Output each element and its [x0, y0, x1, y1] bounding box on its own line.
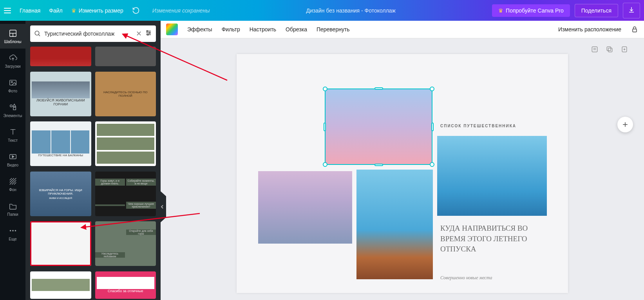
template-thumb[interactable]	[95, 121, 156, 166]
undo-icon[interactable]	[132, 7, 140, 14]
share-button[interactable]: Поделиться	[575, 4, 618, 17]
more-icon	[8, 226, 18, 235]
templates-icon	[8, 29, 18, 38]
clear-search-icon[interactable]: ✕	[136, 29, 142, 38]
shapes-icon	[8, 103, 18, 112]
filter-icon[interactable]	[145, 29, 152, 38]
svg-point-20	[147, 34, 148, 35]
thumb-text: ВЗБИРАЙСЯ НА ГОРЫ. ИЩИ ПРИКЛЮЧЕНИЯ.	[32, 188, 90, 195]
nav-label: Папки	[7, 212, 18, 217]
template-thumb[interactable]: ВЗБИРАЙСЯ НА ГОРЫ. ИЩИ ПРИКЛЮЧЕНИЯ.ЖИВИ …	[30, 172, 91, 216]
add-button[interactable]	[617, 117, 633, 132]
filter-button[interactable]: Фильтр	[222, 26, 240, 33]
thumb-text: ЖИВИ И ИССЛЕДУЙ	[49, 197, 72, 199]
nav-uploads[interactable]: Загрузки	[0, 49, 25, 73]
notes-icon[interactable]	[591, 45, 599, 53]
template-thumb[interactable]: Горы зовут, и я должен ехать.Собирайте м…	[95, 172, 156, 216]
top-bar: Главная Файл ♛ Изменить размер Изменения…	[0, 0, 644, 21]
adjust-button[interactable]: Настроить	[250, 26, 276, 33]
thumb-text: ПУТЕШЕСТВИЕ НА БАЛКАНЫ	[38, 154, 83, 157]
home-link[interactable]: Главная	[20, 7, 40, 14]
canvas-text-caption[interactable]: Совершенно новые места	[440, 275, 492, 281]
download-button[interactable]	[623, 3, 640, 18]
svg-point-4	[11, 81, 13, 83]
nav-video[interactable]: Видео	[0, 147, 25, 172]
canvas-area[interactable]: ⟳ СПИСОК ПУТЕШЕСТВЕННИКА КУДА НАПРАВИТЬС…	[161, 38, 644, 300]
design-canvas[interactable]: ⟳ СПИСОК ПУТЕШЕСТВЕННИКА КУДА НАПРАВИТЬС…	[237, 54, 568, 293]
resize-button[interactable]: ♛ Изменить размер	[71, 7, 123, 14]
svg-point-18	[147, 31, 148, 32]
thumb-text: Собирайте моменты, а не вещи	[126, 179, 156, 186]
svg-line-14	[38, 34, 40, 36]
try-pro-button[interactable]: ♛ Попробуйте Canva Pro	[492, 4, 570, 17]
template-thumb[interactable]	[30, 271, 91, 299]
templates-panel: ✕ ЛЮБУЙСЯ ЖИВОПИСНЫМИ ГОРАМИ НАСЛАДИТЕСЬ…	[25, 21, 161, 300]
crown-icon: ♛	[498, 7, 503, 14]
crown-icon: ♛	[71, 7, 76, 14]
nav-text[interactable]: Текст	[0, 123, 25, 147]
search-icon	[34, 30, 41, 37]
menu-icon[interactable]	[4, 8, 11, 13]
thumb-text: Спасибо за отличные	[108, 289, 143, 293]
thumb-text: ЛЮБУЙСЯ ЖИВОПИСНЫМИ ГОРАМИ	[32, 98, 90, 106]
color-picker-button[interactable]	[166, 23, 178, 35]
upload-icon	[8, 53, 18, 63]
svg-point-12	[14, 230, 16, 231]
svg-point-13	[35, 31, 39, 35]
plus-icon	[621, 121, 629, 128]
flip-button[interactable]: Перевернуть	[317, 26, 350, 33]
selected-image[interactable]	[325, 89, 432, 165]
side-nav: Шаблоны Загрузки Фото Элементы Текст Вид…	[0, 21, 25, 300]
download-icon	[628, 6, 635, 13]
nav-background[interactable]: Фон	[0, 172, 25, 197]
search-input[interactable]	[44, 31, 133, 37]
video-icon	[8, 152, 18, 161]
lock-icon[interactable]	[631, 25, 639, 33]
nav-more[interactable]: Еще	[0, 221, 25, 246]
nav-label: Фото	[8, 89, 17, 93]
thumb-text: Горы зовут, и я должен ехать.	[95, 179, 125, 186]
template-thumb[interactable]	[95, 47, 156, 66]
nav-label: Видео	[7, 163, 18, 167]
template-thumb[interactable]: ЛЮБУЙСЯ ЖИВОПИСНЫМИ ГОРАМИ	[30, 72, 91, 116]
document-title[interactable]: Дизайн без названия - Фотоколлаж	[210, 7, 492, 14]
svg-rect-6	[13, 107, 15, 110]
nav-photos[interactable]: Фото	[0, 73, 25, 98]
templates-grid: ЛЮБУЙСЯ ЖИВОПИСНЫМИ ГОРАМИ НАСЛАДИТЕСЬ О…	[25, 47, 161, 300]
canvas-image[interactable]	[437, 136, 547, 216]
save-status: Изменения сохранены	[152, 7, 210, 14]
svg-point-10	[9, 230, 11, 231]
canvas-text-heading[interactable]: КУДА НАПРАВИТЬСЯ ВО ВРЕМЯ ЭТОГО ЛЕТНЕГО …	[440, 223, 542, 255]
template-thumb-selected[interactable]	[30, 221, 91, 266]
file-menu[interactable]: Файл	[49, 7, 62, 14]
svg-point-11	[12, 230, 14, 231]
thumb-text: Откройте для себя горы	[126, 230, 156, 235]
nav-elements[interactable]: Элементы	[0, 98, 25, 123]
nav-label: Элементы	[4, 114, 22, 118]
folder-icon	[8, 201, 18, 211]
canvas-image[interactable]	[258, 171, 352, 244]
nav-folders[interactable]: Папки	[0, 197, 25, 221]
background-icon	[8, 177, 18, 186]
thumb-text: Насладитесь пейзажем	[95, 252, 125, 258]
crop-button[interactable]: Обрезка	[286, 26, 307, 33]
try-pro-label: Попробуйте Canva Pro	[506, 7, 564, 14]
template-thumb[interactable]: Спасибо за отличные	[95, 271, 156, 299]
canvas-text-subtitle[interactable]: СПИСОК ПУТЕШЕСТВЕННИКА	[440, 124, 516, 128]
template-thumb[interactable]: НАСЛАДИТЕСЬ ОСЕНЬЮ ПО ПОЛНОЙ	[95, 72, 156, 116]
nav-templates[interactable]: Шаблоны	[0, 24, 25, 49]
svg-rect-22	[592, 47, 597, 52]
photo-icon	[8, 78, 18, 87]
svg-marker-7	[13, 104, 16, 107]
template-thumb[interactable]	[30, 47, 91, 66]
position-button[interactable]: Изменить расположение	[558, 26, 621, 33]
canvas-image[interactable]	[356, 170, 433, 279]
duplicate-icon[interactable]	[606, 45, 613, 53]
template-thumb[interactable]: ПУТЕШЕСТВИЕ НА БАЛКАНЫ	[30, 121, 91, 166]
resize-label: Изменить размер	[79, 7, 123, 14]
nav-label: Загрузки	[5, 64, 20, 69]
text-icon	[8, 127, 18, 137]
template-thumb[interactable]: Откройте для себя горыНасладитесь пейзаж…	[95, 221, 156, 266]
effects-button[interactable]: Эффекты	[187, 26, 212, 33]
add-page-icon[interactable]	[620, 45, 628, 53]
